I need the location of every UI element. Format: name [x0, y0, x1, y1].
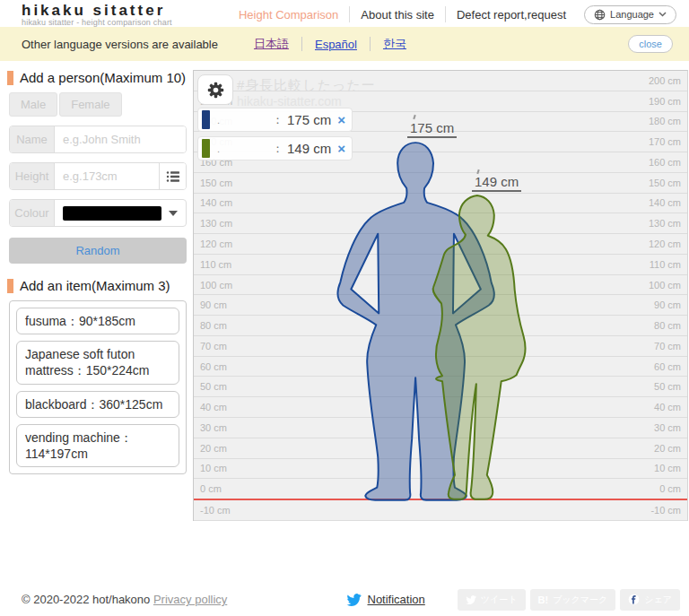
- grid-row: 140 cm140 cm: [194, 194, 687, 214]
- privacy-policy-link[interactable]: Privacy pollicy: [153, 593, 227, 606]
- person-separator: ：: [272, 112, 283, 128]
- list-icon: [166, 170, 180, 183]
- grid-row: 150 cm150 cm: [194, 173, 687, 194]
- grid-row: 80 cm80 cm: [194, 316, 687, 336]
- axis-tick-label: 110 cm: [650, 259, 681, 270]
- item-futon-mattress[interactable]: Japanese soft futon mattress：150*224cm: [16, 341, 179, 384]
- person-color-chip: [202, 110, 210, 129]
- copyright-label: © 2020-2022 hot/hakono: [22, 593, 150, 606]
- person-separator: ：: [272, 141, 283, 157]
- axis-tick-label: 90 cm: [654, 299, 681, 310]
- tweet-button[interactable]: ツイート: [458, 589, 526, 611]
- remove-person-icon[interactable]: ×: [337, 112, 345, 127]
- axis-tick-label: 90 cm: [200, 299, 227, 310]
- nav-about[interactable]: About this site: [350, 6, 445, 23]
- caret-down-icon: [169, 211, 178, 216]
- site-logo: hikaku sitatter hikaku sitatter - height…: [22, 3, 172, 27]
- sidebar: Add a person(Maximum 10) Male Female Nam…: [7, 70, 187, 474]
- axis-tick-label: 160 cm: [649, 157, 681, 168]
- axis-tick-label: 10 cm: [654, 463, 681, 473]
- hatena-bookmark-button[interactable]: B! ブックマーク: [530, 589, 616, 611]
- axis-tick-label: 80 cm: [654, 320, 681, 331]
- axis-tick-label: 30 cm: [654, 422, 681, 433]
- grid-row: 90 cm90 cm: [194, 295, 687, 316]
- female-button[interactable]: Female: [59, 92, 121, 117]
- nav-defect-report[interactable]: Defect report,request: [446, 6, 577, 23]
- site-subtitle: hikaku sitatter - height comparison char…: [22, 19, 172, 27]
- axis-tick-label: 120 cm: [649, 239, 681, 249]
- share-buttons: ツイート B! ブックマーク シェア: [458, 589, 680, 611]
- language-button[interactable]: Language: [584, 5, 676, 24]
- axis-tick-label: 130 cm: [649, 218, 681, 229]
- chevron-down-icon: [658, 12, 667, 17]
- grid-row: 120 cm120 cm: [194, 234, 687, 255]
- axis-tick-label: 200 cm: [649, 75, 681, 86]
- male-button[interactable]: Male: [9, 92, 57, 117]
- language-banner: Other language versions are available 日本…: [0, 27, 689, 61]
- facebook-share-button[interactable]: シェア: [620, 589, 680, 611]
- axis-tick-label: 180 cm: [649, 116, 681, 126]
- person-row-1: . ： 175 cm ×: [197, 108, 353, 132]
- axis-tick-label: 40 cm: [200, 402, 227, 412]
- height-row: Height: [9, 162, 187, 190]
- lang-link-japanese[interactable]: 日本語: [241, 36, 301, 52]
- share-label: シェア: [644, 594, 672, 606]
- banner-close-button[interactable]: close: [628, 35, 673, 53]
- header: hikaku sitatter hikaku sitatter - height…: [0, 0, 689, 27]
- chart-settings-button[interactable]: [197, 74, 233, 105]
- grid-row: 200 cm200 cm: [194, 71, 687, 91]
- grid-row: 50 cm50 cm: [194, 377, 687, 397]
- person-height-value: 175 cm: [287, 112, 331, 127]
- item-vending-machine[interactable]: vending machine：114*197cm: [16, 424, 179, 467]
- hatena-icon: B!: [538, 594, 549, 605]
- axis-tick-label: 70 cm: [654, 341, 681, 351]
- main-area: Add a person(Maximum 10) Male Female Nam…: [0, 70, 689, 521]
- item-blackboard[interactable]: blackboard：360*125cm: [16, 391, 179, 418]
- grid-row: 30 cm30 cm: [194, 418, 687, 438]
- name-input[interactable]: [55, 126, 186, 152]
- colour-select[interactable]: [55, 200, 186, 226]
- colour-row: Colour: [9, 199, 187, 227]
- nav-height-comparison[interactable]: Height Comparison: [228, 6, 349, 23]
- axis-tick-label: 10 cm: [200, 463, 227, 473]
- language-label: Language: [610, 9, 654, 20]
- item-fusuma[interactable]: fusuma：90*185cm: [16, 308, 179, 334]
- twitter-bird-icon: [466, 595, 476, 604]
- ground-line-row: 0 cm0 cm: [194, 479, 687, 500]
- axis-tick-label: 150 cm: [649, 178, 681, 188]
- axis-tick-label: 170 cm: [649, 136, 681, 147]
- lang-link-spanish[interactable]: Español: [302, 38, 370, 51]
- name-label: Name: [10, 126, 55, 152]
- copyright-text: © 2020-2022 hot/hakono Privacy pollicy: [22, 593, 227, 606]
- axis-tick-label: 70 cm: [200, 341, 227, 351]
- height-input[interactable]: [55, 163, 159, 189]
- axis-tick-label: 130 cm: [200, 218, 232, 229]
- axis-tick-label: -10 cm: [650, 505, 681, 516]
- axis-tick-label: 20 cm: [200, 443, 227, 454]
- axis-tick-label: 110 cm: [200, 259, 231, 270]
- person-name: .: [214, 115, 268, 126]
- axis-tick-label: 190 cm: [649, 96, 681, 107]
- grid-row: 10 cm10 cm: [194, 459, 687, 480]
- axis-tick-label: 20 cm: [654, 443, 681, 454]
- add-person-header: Add a person(Maximum 10): [7, 70, 187, 85]
- grid-row: 70 cm70 cm: [194, 336, 687, 357]
- person-name: .: [214, 143, 268, 154]
- lang-link-korean[interactable]: 한국: [371, 36, 419, 52]
- grid-row: 40 cm40 cm: [194, 397, 687, 418]
- height-presets-button[interactable]: [159, 163, 186, 189]
- item-list: fusuma：90*185cm Japanese soft futon matt…: [9, 300, 187, 474]
- axis-tick-label: 60 cm: [200, 361, 227, 372]
- height-chart: 200 cm200 cm190 cm190 cm180 cm180 cm170 …: [193, 70, 688, 521]
- axis-tick-label: 50 cm: [200, 381, 227, 392]
- grid-row: 20 cm20 cm: [194, 438, 687, 459]
- axis-tick-label: 0 cm: [659, 483, 681, 494]
- grid-row: 60 cm60 cm: [194, 357, 687, 377]
- grid-row: 130 cm130 cm: [194, 213, 687, 234]
- add-item-header: Add an item(Maximum 3): [7, 278, 187, 293]
- notification-link[interactable]: Notification: [368, 593, 425, 606]
- female-height-label: 149 cm: [472, 174, 521, 192]
- axis-tick-label: 0 cm: [200, 483, 222, 494]
- random-button[interactable]: Random: [9, 238, 187, 264]
- remove-person-icon[interactable]: ×: [337, 141, 345, 156]
